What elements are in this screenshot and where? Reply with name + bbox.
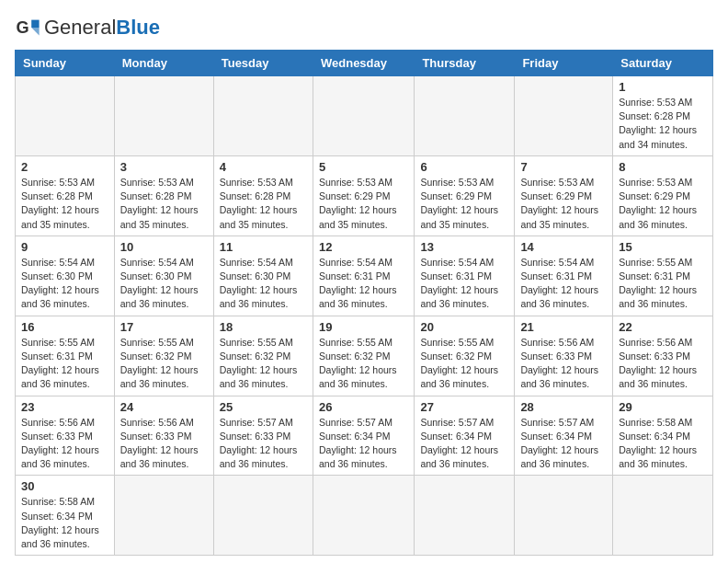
calendar-cell: 18Sunrise: 5:55 AM Sunset: 6:32 PM Dayli… bbox=[213, 316, 313, 396]
calendar-cell bbox=[613, 476, 713, 556]
day-number: 30 bbox=[21, 479, 108, 493]
day-info: Sunrise: 5:58 AM Sunset: 6:34 PM Dayligh… bbox=[21, 495, 108, 551]
svg-text:G: G bbox=[16, 18, 28, 37]
calendar-cell: 10Sunrise: 5:54 AM Sunset: 6:30 PM Dayli… bbox=[114, 236, 213, 316]
day-number: 15 bbox=[619, 240, 707, 254]
calendar-week-1: 1Sunrise: 5:53 AM Sunset: 6:28 PM Daylig… bbox=[16, 76, 713, 156]
calendar-cell bbox=[16, 76, 115, 156]
calendar-cell: 2Sunrise: 5:53 AM Sunset: 6:28 PM Daylig… bbox=[16, 155, 115, 236]
svg-marker-1 bbox=[31, 20, 39, 28]
calendar-cell bbox=[213, 76, 313, 156]
day-info: Sunrise: 5:53 AM Sunset: 6:28 PM Dayligh… bbox=[220, 176, 307, 232]
day-number: 23 bbox=[21, 400, 108, 414]
day-number: 2 bbox=[21, 160, 108, 174]
calendar-cell bbox=[114, 476, 213, 556]
calendar-cell: 7Sunrise: 5:53 AM Sunset: 6:29 PM Daylig… bbox=[515, 155, 613, 236]
calendar-cell: 6Sunrise: 5:53 AM Sunset: 6:29 PM Daylig… bbox=[415, 155, 515, 236]
day-number: 6 bbox=[420, 160, 508, 174]
day-number: 19 bbox=[319, 320, 408, 334]
day-info: Sunrise: 5:56 AM Sunset: 6:33 PM Dayligh… bbox=[21, 416, 108, 472]
calendar-cell: 23Sunrise: 5:56 AM Sunset: 6:33 PM Dayli… bbox=[16, 396, 115, 476]
calendar-cell: 21Sunrise: 5:56 AM Sunset: 6:33 PM Dayli… bbox=[515, 316, 613, 396]
calendar-cell: 17Sunrise: 5:55 AM Sunset: 6:32 PM Dayli… bbox=[114, 316, 213, 396]
day-number: 20 bbox=[420, 320, 508, 334]
calendar-cell: 13Sunrise: 5:54 AM Sunset: 6:31 PM Dayli… bbox=[415, 236, 515, 316]
calendar-week-6: 30Sunrise: 5:58 AM Sunset: 6:34 PM Dayli… bbox=[16, 476, 713, 556]
calendar-cell: 27Sunrise: 5:57 AM Sunset: 6:34 PM Dayli… bbox=[415, 396, 515, 476]
day-info: Sunrise: 5:54 AM Sunset: 6:30 PM Dayligh… bbox=[220, 256, 307, 312]
calendar-cell bbox=[313, 476, 414, 556]
calendar-header-row: SundayMondayTuesdayWednesdayThursdayFrid… bbox=[16, 51, 713, 76]
day-info: Sunrise: 5:55 AM Sunset: 6:32 PM Dayligh… bbox=[420, 336, 508, 392]
calendar-cell: 25Sunrise: 5:57 AM Sunset: 6:33 PM Dayli… bbox=[213, 396, 313, 476]
col-header-monday: Monday bbox=[114, 51, 213, 76]
calendar-cell: 14Sunrise: 5:54 AM Sunset: 6:31 PM Dayli… bbox=[515, 236, 613, 316]
calendar-cell bbox=[313, 76, 414, 156]
day-number: 27 bbox=[420, 400, 508, 414]
day-number: 29 bbox=[619, 400, 707, 414]
day-info: Sunrise: 5:56 AM Sunset: 6:33 PM Dayligh… bbox=[520, 336, 607, 392]
col-header-tuesday: Tuesday bbox=[213, 51, 313, 76]
day-number: 25 bbox=[220, 400, 307, 414]
calendar-week-4: 16Sunrise: 5:55 AM Sunset: 6:31 PM Dayli… bbox=[16, 316, 713, 396]
calendar-cell: 9Sunrise: 5:54 AM Sunset: 6:30 PM Daylig… bbox=[16, 236, 115, 316]
day-number: 7 bbox=[520, 160, 607, 174]
day-info: Sunrise: 5:54 AM Sunset: 6:30 PM Dayligh… bbox=[120, 256, 208, 312]
day-number: 5 bbox=[319, 160, 408, 174]
day-number: 16 bbox=[21, 320, 108, 334]
calendar-cell: 5Sunrise: 5:53 AM Sunset: 6:29 PM Daylig… bbox=[313, 155, 414, 236]
day-number: 10 bbox=[120, 240, 208, 254]
day-info: Sunrise: 5:53 AM Sunset: 6:29 PM Dayligh… bbox=[420, 176, 508, 232]
calendar-cell: 1Sunrise: 5:53 AM Sunset: 6:28 PM Daylig… bbox=[613, 76, 713, 156]
day-info: Sunrise: 5:55 AM Sunset: 6:31 PM Dayligh… bbox=[21, 336, 108, 392]
day-info: Sunrise: 5:53 AM Sunset: 6:29 PM Dayligh… bbox=[520, 176, 607, 232]
svg-marker-2 bbox=[31, 28, 39, 35]
calendar-cell bbox=[515, 76, 613, 156]
day-info: Sunrise: 5:57 AM Sunset: 6:34 PM Dayligh… bbox=[420, 416, 508, 472]
day-info: Sunrise: 5:56 AM Sunset: 6:33 PM Dayligh… bbox=[120, 416, 208, 472]
day-info: Sunrise: 5:57 AM Sunset: 6:34 PM Dayligh… bbox=[520, 416, 607, 472]
header: G GeneralBlue bbox=[15, 15, 713, 40]
day-info: Sunrise: 5:53 AM Sunset: 6:29 PM Dayligh… bbox=[619, 176, 707, 232]
day-info: Sunrise: 5:53 AM Sunset: 6:28 PM Dayligh… bbox=[120, 176, 208, 232]
day-number: 21 bbox=[520, 320, 607, 334]
day-number: 4 bbox=[220, 160, 307, 174]
logo-text: GeneralBlue bbox=[44, 17, 160, 38]
day-info: Sunrise: 5:55 AM Sunset: 6:32 PM Dayligh… bbox=[220, 336, 307, 392]
day-number: 11 bbox=[220, 240, 307, 254]
day-info: Sunrise: 5:55 AM Sunset: 6:32 PM Dayligh… bbox=[120, 336, 208, 392]
day-info: Sunrise: 5:56 AM Sunset: 6:33 PM Dayligh… bbox=[619, 336, 707, 392]
day-number: 18 bbox=[220, 320, 307, 334]
day-info: Sunrise: 5:54 AM Sunset: 6:31 PM Dayligh… bbox=[319, 256, 408, 312]
day-number: 1 bbox=[619, 80, 707, 94]
day-number: 12 bbox=[319, 240, 408, 254]
logo: G GeneralBlue bbox=[15, 15, 160, 40]
calendar-cell: 15Sunrise: 5:55 AM Sunset: 6:31 PM Dayli… bbox=[613, 236, 713, 316]
calendar-cell: 3Sunrise: 5:53 AM Sunset: 6:28 PM Daylig… bbox=[114, 155, 213, 236]
day-info: Sunrise: 5:53 AM Sunset: 6:29 PM Dayligh… bbox=[319, 176, 408, 232]
calendar-cell: 8Sunrise: 5:53 AM Sunset: 6:29 PM Daylig… bbox=[613, 155, 713, 236]
calendar-cell: 19Sunrise: 5:55 AM Sunset: 6:32 PM Dayli… bbox=[313, 316, 414, 396]
calendar-cell: 29Sunrise: 5:58 AM Sunset: 6:34 PM Dayli… bbox=[613, 396, 713, 476]
day-number: 28 bbox=[520, 400, 607, 414]
day-info: Sunrise: 5:54 AM Sunset: 6:31 PM Dayligh… bbox=[420, 256, 508, 312]
calendar-cell bbox=[213, 476, 313, 556]
calendar-cell: 20Sunrise: 5:55 AM Sunset: 6:32 PM Dayli… bbox=[415, 316, 515, 396]
calendar-cell: 22Sunrise: 5:56 AM Sunset: 6:33 PM Dayli… bbox=[613, 316, 713, 396]
calendar-cell: 4Sunrise: 5:53 AM Sunset: 6:28 PM Daylig… bbox=[213, 155, 313, 236]
calendar-cell: 30Sunrise: 5:58 AM Sunset: 6:34 PM Dayli… bbox=[16, 476, 115, 556]
day-info: Sunrise: 5:53 AM Sunset: 6:28 PM Dayligh… bbox=[21, 176, 108, 232]
col-header-sunday: Sunday bbox=[16, 51, 115, 76]
day-number: 3 bbox=[120, 160, 208, 174]
day-number: 9 bbox=[21, 240, 108, 254]
col-header-thursday: Thursday bbox=[415, 51, 515, 76]
day-info: Sunrise: 5:55 AM Sunset: 6:31 PM Dayligh… bbox=[619, 256, 707, 312]
logo-icon: G bbox=[15, 15, 40, 40]
calendar-week-5: 23Sunrise: 5:56 AM Sunset: 6:33 PM Dayli… bbox=[16, 396, 713, 476]
day-info: Sunrise: 5:58 AM Sunset: 6:34 PM Dayligh… bbox=[619, 416, 707, 472]
col-header-friday: Friday bbox=[515, 51, 613, 76]
calendar-cell: 12Sunrise: 5:54 AM Sunset: 6:31 PM Dayli… bbox=[313, 236, 414, 316]
calendar-cell: 26Sunrise: 5:57 AM Sunset: 6:34 PM Dayli… bbox=[313, 396, 414, 476]
calendar: SundayMondayTuesdayWednesdayThursdayFrid… bbox=[15, 50, 713, 556]
calendar-cell: 16Sunrise: 5:55 AM Sunset: 6:31 PM Dayli… bbox=[16, 316, 115, 396]
